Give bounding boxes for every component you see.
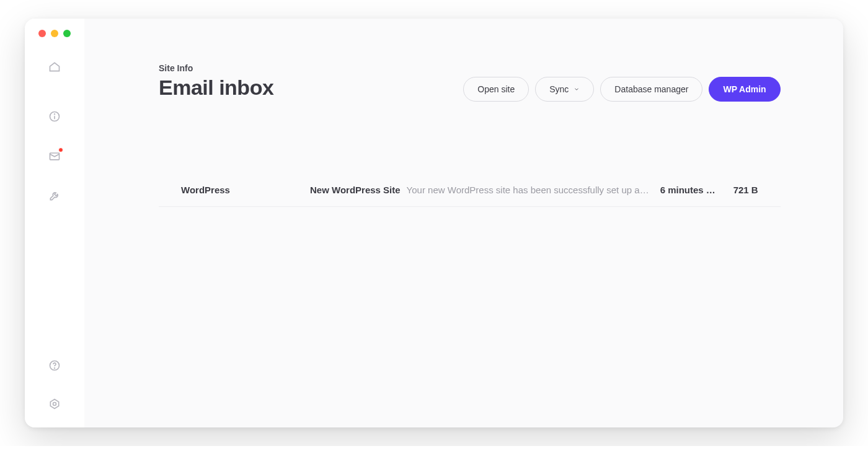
settings-icon[interactable] (48, 398, 61, 410)
database-manager-button[interactable]: Database manager (600, 77, 702, 102)
svg-point-7 (53, 403, 56, 406)
email-list: WordPress New WordPress Site Your new Wo… (159, 173, 781, 207)
database-manager-label: Database manager (614, 84, 688, 94)
email-preview: Your new WordPress site has been success… (407, 185, 649, 195)
header-row: Site Info Email inbox Open site Sync Dat… (159, 63, 781, 102)
email-subject-wrap: New WordPress Site Your new WordPress si… (310, 185, 649, 195)
wp-admin-button[interactable]: WP Admin (709, 77, 780, 102)
email-sender: WordPress (181, 185, 299, 195)
main-content: Site Info Email inbox Open site Sync Dat… (84, 19, 843, 427)
email-size: 721 B (727, 185, 758, 195)
email-subject: New WordPress Site (310, 185, 401, 195)
close-window-button[interactable] (38, 30, 46, 37)
mail-icon[interactable] (48, 150, 61, 162)
page-eyebrow: Site Info (159, 63, 273, 73)
open-site-label: Open site (477, 84, 515, 94)
sidebar-mid-group (48, 110, 61, 202)
maximize-window-button[interactable] (63, 30, 71, 37)
email-time: 6 minutes … (660, 185, 716, 195)
help-icon[interactable] (48, 359, 61, 372)
sync-button[interactable]: Sync (535, 77, 594, 102)
chevron-down-icon (574, 86, 580, 92)
notification-badge (58, 147, 63, 152)
minimize-window-button[interactable] (51, 30, 58, 37)
home-icon[interactable] (48, 61, 61, 73)
wp-admin-label: WP Admin (723, 84, 766, 94)
svg-marker-6 (50, 400, 58, 409)
svg-point-2 (55, 114, 55, 115)
sidebar-bottom-group (48, 359, 61, 410)
sidebar-top-group (48, 61, 61, 73)
open-site-button[interactable]: Open site (463, 77, 529, 102)
sidebar (25, 19, 84, 427)
window-controls (25, 30, 71, 37)
sync-label: Sync (549, 84, 569, 94)
svg-point-5 (55, 368, 55, 369)
tools-icon[interactable] (48, 190, 61, 202)
title-block: Site Info Email inbox (159, 63, 273, 100)
email-row[interactable]: WordPress New WordPress Site Your new Wo… (159, 173, 781, 207)
header-actions: Open site Sync Database manager WP Admin (463, 77, 780, 102)
app-window: Site Info Email inbox Open site Sync Dat… (25, 19, 843, 427)
page-title: Email inbox (159, 76, 273, 100)
info-icon[interactable] (48, 110, 61, 123)
